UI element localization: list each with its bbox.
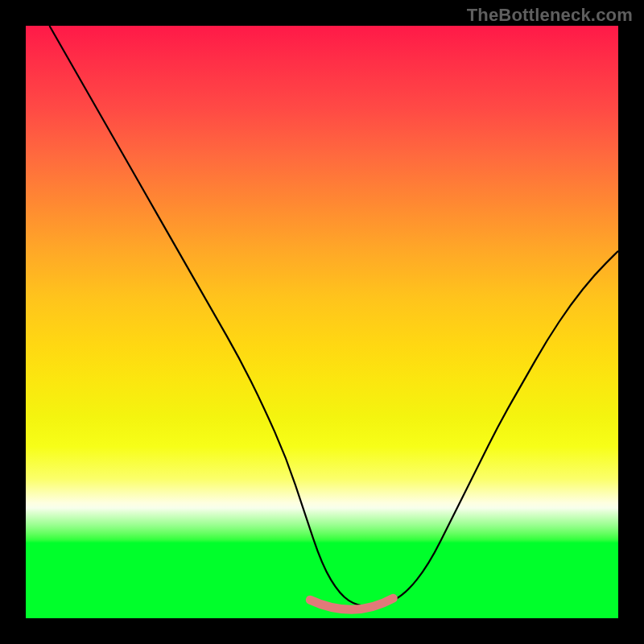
chart-canvas: TheBottleneck.com [0,0,644,644]
watermark-text: TheBottleneck.com [467,5,633,26]
curve-svg [26,26,618,618]
plot-area [26,26,618,618]
trough-highlight [310,598,393,609]
bottleneck-curve [49,26,618,606]
